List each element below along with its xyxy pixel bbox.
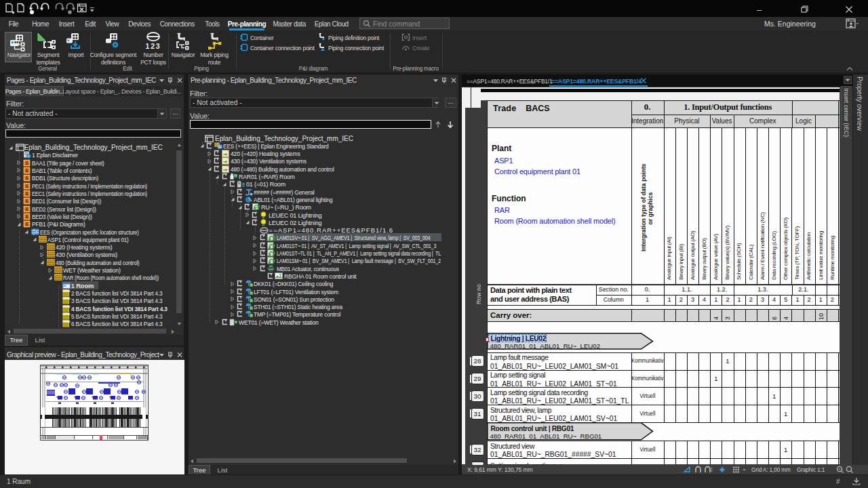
svg-text:&: &	[25, 184, 28, 188]
svg-text:&: &	[25, 168, 28, 173]
svg-text:&: &	[25, 161, 28, 165]
svg-text:&: &	[25, 222, 28, 226]
svg-text:123: 123	[146, 42, 161, 50]
svg-text:&: &	[25, 199, 28, 203]
svg-text:&: &	[25, 214, 28, 219]
svg-text:&: &	[25, 176, 28, 180]
svg-text:&: &	[25, 207, 28, 211]
svg-text:&: &	[25, 191, 28, 196]
